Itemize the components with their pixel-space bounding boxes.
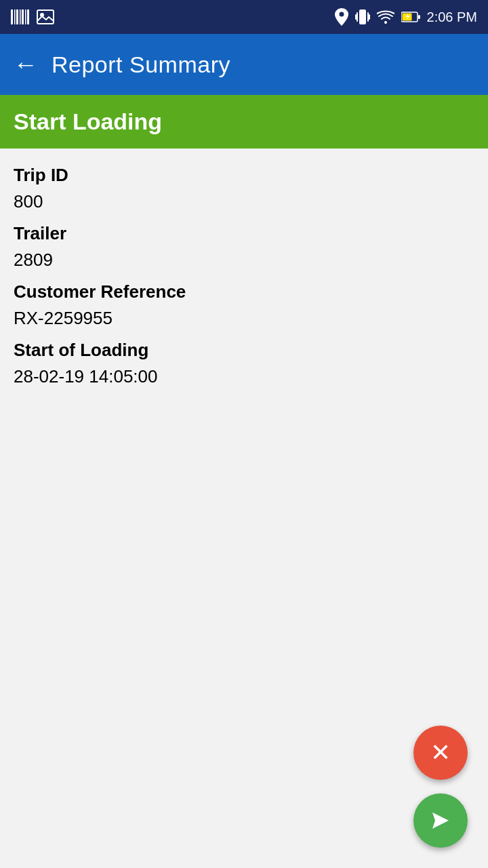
svg-rect-6: [27, 9, 29, 24]
app-bar-title: Report Summary: [52, 52, 230, 78]
svg-rect-7: [37, 10, 54, 24]
svg-rect-10: [359, 9, 366, 24]
svg-point-15: [384, 21, 387, 24]
barcode-icon: [11, 9, 30, 24]
svg-rect-1: [14, 9, 16, 24]
field-label-start-of-loading: Start of Loading: [14, 337, 474, 363]
field-label-trailer: Trailer: [14, 220, 474, 247]
cancel-button[interactable]: ✕: [413, 726, 468, 780]
status-time: 2:06 PM: [427, 9, 477, 25]
field-customer-reference: Customer Reference RX-2259955: [14, 279, 474, 332]
svg-rect-5: [25, 9, 26, 24]
field-trip-id: Trip ID 800: [14, 162, 474, 215]
field-value-trailer: 2809: [14, 247, 474, 273]
app-bar: ← Report Summary: [0, 34, 488, 95]
svg-rect-18: [418, 15, 420, 19]
svg-rect-11: [357, 12, 358, 22]
location-icon: [335, 8, 348, 26]
svg-rect-2: [16, 9, 18, 24]
battery-icon: [401, 12, 420, 22]
vibrate-icon: [355, 8, 370, 26]
svg-point-9: [339, 12, 344, 17]
send-icon: [428, 808, 453, 833]
svg-rect-4: [22, 9, 24, 24]
svg-rect-13: [355, 14, 357, 20]
svg-marker-19: [432, 812, 449, 829]
send-button[interactable]: [413, 793, 468, 848]
wifi-icon: [377, 10, 394, 24]
svg-rect-12: [367, 12, 369, 22]
close-icon: ✕: [430, 741, 451, 765]
field-label-trip-id: Trip ID: [14, 162, 474, 189]
fab-container: ✕: [413, 726, 468, 848]
status-bar: 2:06 PM: [0, 0, 488, 34]
field-value-customer-reference: RX-2259955: [14, 305, 474, 332]
svg-rect-0: [11, 9, 13, 24]
field-value-trip-id: 800: [14, 189, 474, 215]
content-area: Trip ID 800 Trailer 2809 Customer Refere…: [0, 149, 488, 409]
field-trailer: Trailer 2809: [14, 220, 474, 273]
back-button[interactable]: ←: [14, 52, 38, 77]
section-header-text: Start Loading: [14, 108, 162, 134]
field-label-customer-reference: Customer Reference: [14, 279, 474, 305]
svg-rect-14: [369, 14, 370, 20]
svg-rect-3: [20, 9, 21, 24]
field-value-start-of-loading: 28-02-19 14:05:00: [14, 363, 474, 390]
image-icon: [37, 9, 54, 24]
status-bar-right-icons: 2:06 PM: [335, 8, 477, 26]
field-start-of-loading: Start of Loading 28-02-19 14:05:00: [14, 337, 474, 390]
status-bar-left-icons: [11, 9, 54, 24]
section-header: Start Loading: [0, 95, 488, 149]
